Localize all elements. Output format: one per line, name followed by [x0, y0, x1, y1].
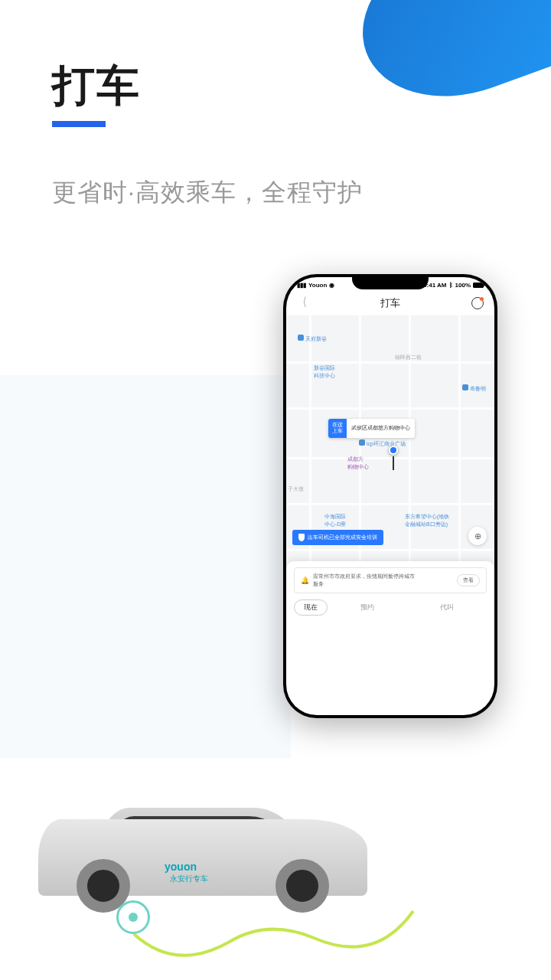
street-dadao: 子大道: [288, 485, 304, 493]
app-header: 〈 打车: [286, 290, 494, 315]
map-view[interactable]: 天府新谷 新谷国际 科技中心 锦晖西二街 布鲁明 在这 上车 武侯区成都悠方购物…: [286, 315, 494, 622]
signal-icon: ▮▮▮: [297, 282, 306, 289]
title-underline: [52, 121, 106, 127]
pickup-callout[interactable]: 在这 上车 武侯区成都悠方购物中心: [328, 419, 415, 438]
background-decoration: [0, 375, 291, 758]
poi-xingu[interactable]: 新谷国际 科技中心: [314, 364, 335, 380]
shield-icon: [298, 534, 305, 541]
driver-safety-banner[interactable]: 出车司机已全部完成安全培训: [292, 530, 383, 545]
poi-tianfu[interactable]: 天府新谷: [298, 335, 327, 343]
page-title: 打车: [52, 57, 141, 116]
corner-decoration: [340, 0, 551, 124]
car-brand-sub: 永安行专车: [170, 874, 208, 884]
tab-now[interactable]: 现在: [294, 599, 328, 616]
carrier-label: Youon: [308, 282, 327, 289]
car-illustration: youon 永安行专车: [0, 773, 398, 926]
app-title: 打车: [380, 296, 400, 310]
street-jinhui: 锦晖西二街: [395, 354, 422, 361]
route-origin-dot: [116, 900, 150, 934]
bottom-sheet: 🔔 应常州市市政府要求，疫情期间暂停跨城市 服务 查看 现在 预约 代叫: [286, 561, 494, 622]
tab-proxy[interactable]: 代叫: [407, 599, 487, 616]
car-brand: youon: [165, 861, 197, 873]
phone-notch: [352, 277, 429, 289]
poi-chengdu[interactable]: 成都方 购物中心: [347, 456, 369, 471]
poi-icp[interactable]: icp环汇商业广场: [359, 439, 406, 448]
battery-icon: [473, 283, 484, 288]
poi-dongfang[interactable]: 东方希望中心(地铁 金融城站B口旁边): [405, 513, 449, 528]
booking-tabs: 现在 预约 代叫: [294, 599, 487, 616]
tab-booking[interactable]: 预约: [328, 599, 407, 616]
bluetooth-icon: ᛒ: [449, 282, 453, 289]
view-button[interactable]: 查看: [457, 574, 480, 586]
back-button[interactable]: 〈: [299, 295, 307, 311]
chat-icon[interactable]: [471, 297, 484, 309]
wifi-icon: ◉: [329, 282, 334, 289]
page-subtitle: 更省时·高效乘车，全程守护: [52, 176, 363, 210]
notice-text: 应常州市市政府要求，疫情期间暂停跨城市 服务: [313, 573, 453, 588]
poi-bulu[interactable]: 布鲁明: [462, 384, 486, 393]
map-pin[interactable]: [389, 446, 398, 455]
locate-button[interactable]: ⊕: [468, 527, 487, 545]
notice-card[interactable]: 🔔 应常州市市政府要求，疫情期间暂停跨城市 服务 查看: [294, 567, 487, 593]
battery-percent: 100%: [455, 282, 471, 289]
poi-zhonghai[interactable]: 中海国际 中心-D座: [324, 513, 346, 528]
phone-mockup: ▮▮▮ Youon ◉ 9:41 AM ᛒ 100% 〈 打车: [283, 274, 497, 718]
bell-icon: 🔔: [301, 577, 309, 584]
